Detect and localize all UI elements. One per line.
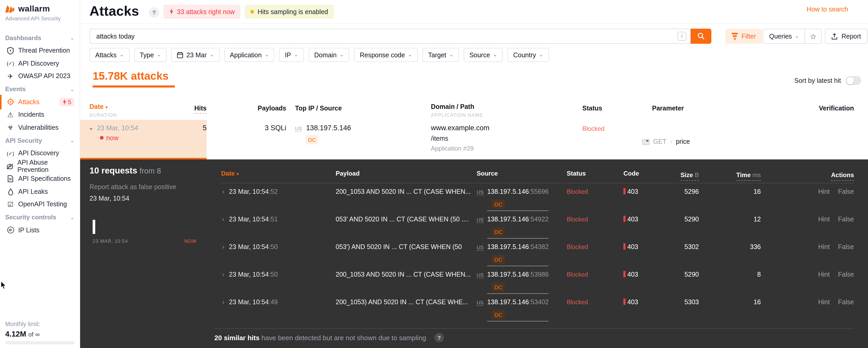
- how-to-search-link[interactable]: How to search: [807, 6, 848, 13]
- count-underline: [93, 85, 175, 87]
- chip-type[interactable]: Type⌄: [134, 48, 166, 62]
- filter-chips: Attacks⌄ Type⌄ 23 Mar⌄ Application⌄ IP⌄ …: [90, 48, 549, 62]
- sampling-note: 20 similar hits have been detected but a…: [214, 333, 444, 342]
- column-time[interactable]: Time ms: [736, 171, 761, 181]
- hint-action[interactable]: Hint: [818, 271, 830, 278]
- sidebar-item-vulnerabilities[interactable]: ☣ Vulnerabilities: [0, 121, 80, 134]
- requests-table: Date ▾ Payload Source Status Code Size B…: [221, 160, 854, 179]
- sort-desc-icon: ▾: [105, 105, 108, 110]
- timeline-now-label: NOW: [184, 239, 197, 244]
- help-icon[interactable]: ?: [149, 7, 159, 18]
- column-status: Status: [582, 105, 602, 112]
- brand-name: wallarm: [18, 4, 50, 13]
- chip-attacks[interactable]: Attacks⌄: [90, 48, 129, 62]
- star-icon: ☆: [810, 32, 816, 40]
- app: wallarm Advanced API Security Dashboards…: [0, 0, 868, 348]
- false-action[interactable]: False: [838, 271, 854, 278]
- column-actions[interactable]: Actions: [831, 171, 854, 181]
- request-row[interactable]: ›23 Mar, 10:54:50 053') AND 5020 IN ... …: [221, 239, 854, 266]
- sidebar-item-api-abuse-prevention[interactable]: API Abuse Prevention: [0, 160, 80, 172]
- sidebar-item-api-discovery-2[interactable]: {✓} API Discovery: [0, 147, 80, 160]
- filter-button[interactable]: Filter: [725, 29, 762, 44]
- chip-application[interactable]: Application⌄: [224, 48, 274, 62]
- search-input[interactable]: [90, 29, 690, 44]
- sidebar-item-api-discovery[interactable]: {✓} API Discovery: [0, 57, 80, 70]
- queries-button[interactable]: Queries ⌄: [764, 29, 805, 43]
- chevron-right-icon[interactable]: ›: [222, 298, 224, 321]
- chevron-down-icon: ⌄: [450, 52, 453, 57]
- request-status: Blocked: [567, 239, 623, 266]
- report-button[interactable]: Report: [825, 29, 867, 44]
- attack-ip[interactable]: 138.197.5.146: [306, 124, 351, 132]
- column-source: Source: [477, 170, 567, 179]
- chevron-down-icon: ⌄: [294, 52, 298, 57]
- datacenter-badge: DC: [492, 200, 505, 209]
- sidebar-item-attacks[interactable]: Attacks 5: [0, 95, 80, 108]
- chevron-right-icon[interactable]: ›: [222, 216, 224, 239]
- favorite-button[interactable]: ☆: [805, 29, 822, 43]
- report-false-positive-link[interactable]: Report attack as false positive: [90, 183, 220, 191]
- chip-country[interactable]: Country⌄: [507, 48, 549, 62]
- request-code: 403: [623, 266, 655, 294]
- false-action[interactable]: False: [838, 298, 854, 306]
- request-time: 16: [699, 294, 761, 321]
- nav-section-api-security[interactable]: API Security ⌄: [0, 134, 80, 147]
- request-row[interactable]: ›23 Mar, 10:54:51 053' AND 5020 IN ... C…: [221, 211, 854, 239]
- column-parameter: Parameter: [652, 105, 684, 112]
- request-payload: 053') AND 5020 IN ... CT (CASE WHEN (50: [336, 239, 477, 266]
- false-action[interactable]: False: [838, 216, 854, 223]
- request-row[interactable]: ›23 Mar, 10:54:52 200_1053 AND 5020 IN .…: [221, 183, 854, 211]
- request-row[interactable]: ›23 Mar, 10:54:49 200_1053) AND 5020 IN …: [221, 294, 854, 321]
- request-time: 336: [699, 239, 761, 266]
- sidebar-item-openapi-testing[interactable]: ☑ OpenAPI Testing: [0, 198, 80, 211]
- request-status: Blocked: [567, 211, 623, 239]
- details-time: 23 Mar, 10:54: [90, 195, 220, 202]
- false-action[interactable]: False: [838, 243, 854, 251]
- code-status-bar: [623, 271, 625, 277]
- sidebar-item-threat-prevention[interactable]: Threat Prevention: [0, 44, 80, 57]
- hint-action[interactable]: Hint: [818, 188, 830, 195]
- chip-source[interactable]: Source⌄: [464, 48, 503, 62]
- hint-action[interactable]: Hint: [818, 243, 830, 251]
- request-code: 403: [623, 211, 655, 239]
- sidebar-item-api-leaks[interactable]: API Leaks: [0, 185, 80, 198]
- column-hits[interactable]: Hits: [194, 105, 207, 114]
- chevron-down-icon[interactable]: ⌄: [89, 124, 94, 131]
- search-button[interactable]: [690, 29, 711, 44]
- attacks-now-badge[interactable]: 33 attacks right now: [163, 5, 240, 19]
- document-icon: [6, 175, 14, 182]
- column-size[interactable]: Size B: [680, 171, 699, 181]
- column-date[interactable]: Date ▾: [221, 170, 336, 179]
- nav-section-events[interactable]: Events ⌄: [0, 83, 80, 95]
- chevron-right-icon[interactable]: ›: [222, 243, 224, 266]
- sidebar-item-api-specifications[interactable]: API Specifications: [0, 172, 80, 185]
- sidebar-item-incidents[interactable]: ⚠ Incidents: [0, 108, 80, 121]
- nav-section-security-controls[interactable]: Security controls ⌄: [0, 211, 80, 224]
- sort-toggle[interactable]: [846, 76, 861, 85]
- attack-row[interactable]: ⌄ 23 Mar, 10:54 now 5 3 SQLi US 138.197.…: [80, 120, 868, 160]
- nav-section-dashboards[interactable]: Dashboards ⌄: [0, 31, 80, 44]
- datacenter-badge: DC: [492, 227, 505, 236]
- search-icon: [697, 32, 705, 40]
- chip-target[interactable]: Target⌄: [423, 48, 459, 62]
- false-action[interactable]: False: [838, 188, 854, 195]
- chip-ip[interactable]: IP⌄: [279, 48, 304, 62]
- chevron-right-icon[interactable]: ›: [222, 271, 224, 294]
- chip-domain[interactable]: Domain⌄: [308, 48, 349, 62]
- chip-date[interactable]: 23 Mar⌄: [171, 48, 219, 62]
- chevron-right-icon[interactable]: ›: [222, 188, 224, 211]
- sidebar-item-ip-lists[interactable]: IP IP Lists: [0, 224, 80, 236]
- calendar-icon: [177, 52, 183, 58]
- request-row[interactable]: ›23 Mar, 10:54:50 200_1053 AND 5020 IN .…: [221, 266, 854, 294]
- chip-response-code[interactable]: Response code⌄: [354, 48, 418, 62]
- request-code: 403: [623, 294, 655, 321]
- chevron-down-icon: ⌄: [120, 52, 124, 57]
- monthly-limit-label: Monthly limit:: [5, 321, 40, 327]
- hint-action[interactable]: Hint: [818, 216, 830, 223]
- column-date[interactable]: Date ▾: [80, 103, 179, 111]
- attack-date: 23 Mar, 10:54: [97, 124, 138, 132]
- hint-action[interactable]: Hint: [818, 298, 830, 306]
- sampling-help-icon[interactable]: ?: [435, 333, 444, 342]
- sidebar-item-owasp-api-2023[interactable]: ✈ OWASP API 2023: [0, 70, 80, 83]
- country-code: US: [477, 189, 484, 195]
